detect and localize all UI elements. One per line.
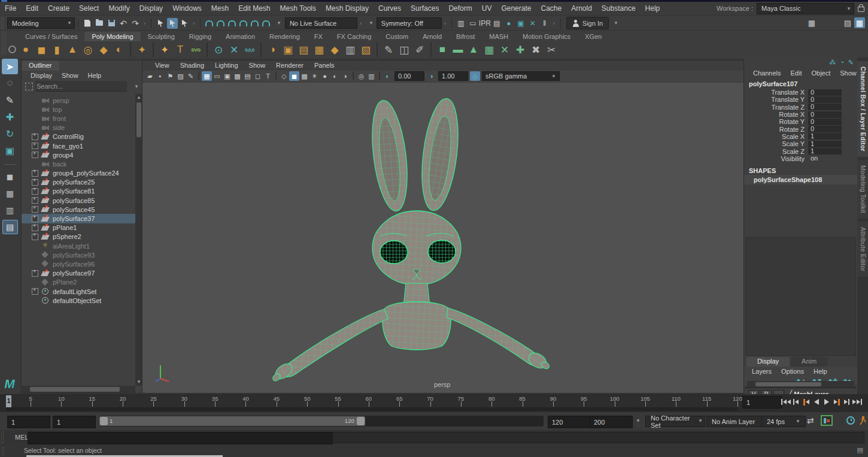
command-line-grip[interactable] — [1, 431, 5, 443]
expand-toggle-icon[interactable] — [32, 288, 38, 295]
light-editor-icon[interactable]: ✕ — [527, 18, 538, 29]
attribute-editor-toggle-icon[interactable] — [830, 17, 841, 28]
playback-loop-icon[interactable]: ⇄ — [807, 416, 814, 425]
layer-editor-menu-item[interactable]: Layers — [748, 368, 776, 375]
attribute-value-field[interactable]: 1 — [808, 148, 842, 155]
shelf-tab[interactable]: Bifrost — [449, 32, 482, 41]
select-object-icon[interactable] — [167, 18, 178, 29]
super-shape-icon[interactable]: ✦ — [157, 42, 172, 57]
shelf-tab[interactable]: FX — [307, 32, 330, 41]
attribute-value-field[interactable]: 0 — [808, 126, 842, 132]
outliner-item[interactable]: persp — [22, 96, 135, 105]
bridge-icon[interactable]: ▬ — [450, 42, 466, 57]
playblast-runner-icon[interactable] — [858, 416, 867, 425]
go-to-end-button[interactable] — [852, 396, 862, 408]
shelf-tab[interactable]: Curves / Surfaces — [18, 32, 84, 41]
modeling-toolkit-toggle-icon[interactable]: ▦ — [806, 17, 817, 28]
grid-toggle-icon[interactable]: ▦ — [202, 71, 212, 81]
viewport-menu-item[interactable]: Lighting — [210, 62, 244, 69]
poly-cube-icon[interactable]: ◼ — [34, 42, 49, 57]
outliner-item[interactable]: polySurface45 — [22, 205, 135, 214]
chevron-down-icon[interactable]: ▼ — [614, 20, 618, 26]
shelf-tab[interactable]: Poly Modeling — [84, 32, 140, 41]
curve-pencil-icon[interactable]: ✎ — [848, 59, 854, 68]
channel-box-menu-item[interactable]: Object — [807, 69, 834, 77]
expand-toggle-icon[interactable] — [32, 179, 38, 186]
fps-dropdown[interactable]: 24 fps ▼ — [761, 416, 806, 427]
step-back-frame-button[interactable] — [791, 396, 801, 408]
menubar-item[interactable]: Surfaces — [406, 4, 444, 13]
poly-cone-icon[interactable]: ▲ — [65, 42, 80, 57]
shaded-mode-icon[interactable]: ◼ — [289, 71, 299, 81]
select-camera-icon[interactable]: ▰ — [145, 71, 155, 81]
current-frame-marker[interactable]: 1 — [6, 395, 11, 407]
poly-torus-icon[interactable]: ◎ — [80, 42, 96, 57]
shelf-tab[interactable]: MASH — [482, 32, 515, 41]
layer-editor-menu-item[interactable]: Options — [777, 368, 808, 375]
extract-icon[interactable]: ▥ — [342, 42, 358, 57]
outliner-item[interactable]: polySurface93 — [22, 250, 135, 259]
boolean-icon[interactable]: ◆ — [327, 42, 342, 57]
bevel-icon[interactable]: ■ — [435, 42, 450, 57]
shelf-grip[interactable] — [1, 31, 6, 55]
viewport-menu-item[interactable]: Panels — [309, 62, 340, 69]
expand-toggle-icon[interactable] — [32, 270, 38, 277]
live-surface-field[interactable]: No Live Surface — [285, 17, 357, 29]
menubar-item[interactable]: Deform — [444, 4, 477, 13]
quad-draw-icon[interactable]: ▦ — [481, 42, 497, 57]
outliner-item[interactable]: polySurface97 — [22, 269, 135, 278]
shelf-tab[interactable]: Rendering — [262, 32, 307, 41]
hypershade-icon[interactable]: ● — [503, 18, 514, 29]
menubar-item[interactable]: Cache — [536, 4, 566, 13]
redo-icon[interactable]: ↷ — [130, 18, 141, 29]
move-tool[interactable]: ✚ — [2, 109, 18, 125]
render-current-frame-icon[interactable]: ▭ — [468, 18, 478, 29]
target-weld-icon[interactable]: ✚ — [512, 42, 528, 57]
shelf-tab[interactable]: Animation — [218, 32, 262, 41]
layer-editor-menu-item[interactable]: Help — [809, 368, 831, 375]
outliner-item[interactable]: back — [22, 159, 135, 168]
outliner-item[interactable]: face_gyo1 — [22, 141, 135, 150]
layer-editor-tab[interactable]: Display — [746, 357, 790, 367]
menubar-item[interactable]: Substance — [597, 4, 641, 13]
sidebar-vertical-tab[interactable]: Modeling Toolkit — [857, 160, 868, 219]
viewport-model-bunny[interactable] — [142, 83, 742, 393]
outliner-menu-item[interactable]: Show — [57, 72, 83, 79]
combine-icon[interactable]: ▣ — [280, 42, 296, 57]
menubar-item[interactable]: Modify — [104, 4, 134, 13]
polygon-type-icon[interactable]: T — [172, 42, 188, 57]
wireframe-mode-icon[interactable]: ◇ — [279, 71, 289, 81]
select-component-icon[interactable] — [179, 18, 190, 29]
viewport-menu-item[interactable]: Renderer — [271, 62, 309, 69]
isolate-select-icon[interactable]: ◎ — [356, 71, 366, 81]
save-scene-icon[interactable] — [106, 18, 117, 29]
menubar-item[interactable]: Create — [43, 4, 74, 13]
group-collapse-arrow[interactable]: › — [553, 20, 555, 26]
xray-icon[interactable]: ▥ — [366, 71, 377, 81]
shape-node-name[interactable]: polySurfaceShape108 — [744, 175, 857, 184]
menubar-item[interactable]: File — [0, 4, 21, 13]
resolution-gate-icon[interactable]: ▣ — [222, 71, 232, 81]
poly-sphere-icon[interactable]: ● — [18, 42, 34, 57]
attribute-value-field[interactable]: 0 — [808, 119, 842, 125]
layout-single-pane[interactable]: ◼ — [2, 170, 18, 184]
scrollbar-thumb[interactable] — [136, 102, 141, 137]
poly-disc-icon[interactable]: ◐ — [111, 42, 127, 57]
shelf-tab[interactable]: Rigging — [182, 32, 218, 41]
reduce-icon[interactable]: ▧ — [358, 42, 374, 57]
scrollbar-thumb[interactable] — [755, 382, 821, 386]
playback-start-field[interactable] — [53, 416, 96, 428]
smooth-icon[interactable]: ▦ — [311, 42, 327, 57]
layout-two-pane[interactable]: ▥ — [2, 203, 18, 217]
play-backwards-button[interactable] — [811, 396, 821, 408]
expand-toggle-icon[interactable] — [32, 216, 38, 222]
exposure-icon[interactable]: ◐ — [383, 71, 393, 81]
expand-toggle-icon[interactable] — [32, 225, 38, 231]
camera-lock-icon[interactable]: ▪ — [155, 71, 165, 81]
lasso-select-tool[interactable]: ◌ — [2, 75, 18, 91]
textured-mode-icon[interactable]: ▩ — [299, 71, 309, 81]
group-collapse-arrow[interactable]: › — [444, 20, 446, 26]
open-render-view-icon[interactable]: ▥ — [456, 18, 466, 29]
menubar-item[interactable]: Display — [135, 4, 168, 13]
rotate-tool[interactable]: ↻ — [2, 126, 18, 141]
